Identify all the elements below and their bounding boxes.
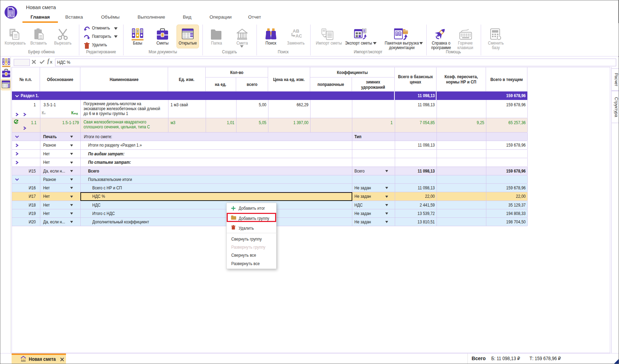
svg-text:AC: AC xyxy=(295,33,302,39)
svg-text:AB: AB xyxy=(293,28,299,34)
